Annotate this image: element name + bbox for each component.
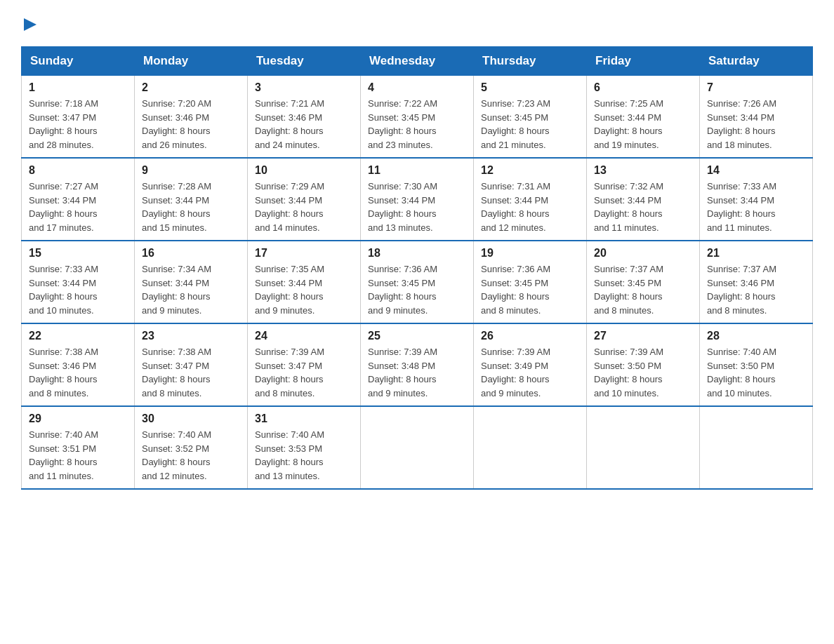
day-cell: 9 Sunrise: 7:28 AM Sunset: 3:44 PM Dayli… bbox=[135, 158, 248, 241]
day-number: 22 bbox=[29, 330, 127, 342]
day-number: 2 bbox=[142, 81, 240, 94]
day-number: 9 bbox=[142, 164, 240, 177]
col-header-friday: Friday bbox=[587, 47, 700, 76]
day-number: 29 bbox=[29, 412, 127, 425]
day-info: Sunrise: 7:38 AM Sunset: 3:46 PM Dayligh… bbox=[29, 347, 98, 398]
day-number: 5 bbox=[481, 81, 579, 94]
day-info: Sunrise: 7:36 AM Sunset: 3:45 PM Dayligh… bbox=[368, 264, 437, 316]
day-number: 7 bbox=[707, 81, 805, 94]
day-number: 13 bbox=[594, 164, 692, 177]
col-header-monday: Monday bbox=[135, 47, 248, 76]
day-info: Sunrise: 7:37 AM Sunset: 3:46 PM Dayligh… bbox=[707, 264, 776, 316]
day-cell: 21 Sunrise: 7:37 AM Sunset: 3:46 PM Dayl… bbox=[700, 241, 813, 323]
week-row-5: 29 Sunrise: 7:40 AM Sunset: 3:51 PM Dayl… bbox=[22, 406, 813, 489]
col-header-saturday: Saturday bbox=[700, 47, 813, 76]
day-number: 31 bbox=[255, 412, 353, 425]
calendar-table: SundayMondayTuesdayWednesdayThursdayFrid… bbox=[21, 46, 813, 490]
day-cell bbox=[361, 406, 474, 489]
day-number: 27 bbox=[594, 330, 692, 342]
day-number: 16 bbox=[142, 247, 240, 260]
day-cell: 6 Sunrise: 7:25 AM Sunset: 3:44 PM Dayli… bbox=[587, 76, 700, 159]
day-info: Sunrise: 7:31 AM Sunset: 3:44 PM Dayligh… bbox=[481, 181, 550, 233]
day-cell: 8 Sunrise: 7:27 AM Sunset: 3:44 PM Dayli… bbox=[22, 158, 135, 241]
day-info: Sunrise: 7:25 AM Sunset: 3:44 PM Dayligh… bbox=[594, 98, 663, 150]
day-cell: 18 Sunrise: 7:36 AM Sunset: 3:45 PM Dayl… bbox=[361, 241, 474, 323]
col-header-sunday: Sunday bbox=[22, 47, 135, 76]
day-number: 24 bbox=[255, 330, 353, 342]
day-cell: 31 Sunrise: 7:40 AM Sunset: 3:53 PM Dayl… bbox=[248, 406, 361, 489]
day-info: Sunrise: 7:28 AM Sunset: 3:44 PM Dayligh… bbox=[142, 181, 211, 233]
day-cell: 12 Sunrise: 7:31 AM Sunset: 3:44 PM Dayl… bbox=[474, 158, 587, 241]
day-number: 15 bbox=[29, 247, 127, 260]
day-info: Sunrise: 7:37 AM Sunset: 3:45 PM Dayligh… bbox=[594, 264, 663, 316]
week-row-2: 8 Sunrise: 7:27 AM Sunset: 3:44 PM Dayli… bbox=[22, 158, 813, 241]
day-info: Sunrise: 7:27 AM Sunset: 3:44 PM Dayligh… bbox=[29, 181, 98, 233]
day-info: Sunrise: 7:20 AM Sunset: 3:46 PM Dayligh… bbox=[142, 98, 211, 150]
week-row-3: 15 Sunrise: 7:33 AM Sunset: 3:44 PM Dayl… bbox=[22, 241, 813, 323]
day-cell: 19 Sunrise: 7:36 AM Sunset: 3:45 PM Dayl… bbox=[474, 241, 587, 323]
day-cell: 25 Sunrise: 7:39 AM Sunset: 3:48 PM Dayl… bbox=[361, 323, 474, 406]
day-info: Sunrise: 7:30 AM Sunset: 3:44 PM Dayligh… bbox=[368, 181, 437, 233]
day-cell: 20 Sunrise: 7:37 AM Sunset: 3:45 PM Dayl… bbox=[587, 241, 700, 323]
day-number: 30 bbox=[142, 412, 240, 425]
logo-arrow-icon bbox=[21, 14, 38, 32]
day-cell: 14 Sunrise: 7:33 AM Sunset: 3:44 PM Dayl… bbox=[700, 158, 813, 241]
day-number: 11 bbox=[368, 164, 466, 177]
day-number: 26 bbox=[481, 330, 579, 342]
day-cell bbox=[587, 406, 700, 489]
week-row-1: 1 Sunrise: 7:18 AM Sunset: 3:47 PM Dayli… bbox=[22, 76, 813, 159]
logo bbox=[21, 14, 38, 32]
day-info: Sunrise: 7:39 AM Sunset: 3:48 PM Dayligh… bbox=[368, 347, 437, 398]
day-info: Sunrise: 7:26 AM Sunset: 3:44 PM Dayligh… bbox=[707, 98, 776, 150]
day-cell: 24 Sunrise: 7:39 AM Sunset: 3:47 PM Dayl… bbox=[248, 323, 361, 406]
day-info: Sunrise: 7:40 AM Sunset: 3:50 PM Dayligh… bbox=[707, 347, 776, 398]
day-info: Sunrise: 7:36 AM Sunset: 3:45 PM Dayligh… bbox=[481, 264, 550, 316]
week-row-4: 22 Sunrise: 7:38 AM Sunset: 3:46 PM Dayl… bbox=[22, 323, 813, 406]
day-cell: 7 Sunrise: 7:26 AM Sunset: 3:44 PM Dayli… bbox=[700, 76, 813, 159]
day-info: Sunrise: 7:33 AM Sunset: 3:44 PM Dayligh… bbox=[707, 181, 776, 233]
day-cell: 4 Sunrise: 7:22 AM Sunset: 3:45 PM Dayli… bbox=[361, 76, 474, 159]
day-info: Sunrise: 7:33 AM Sunset: 3:44 PM Dayligh… bbox=[29, 264, 98, 316]
day-number: 21 bbox=[707, 247, 805, 260]
day-number: 6 bbox=[594, 81, 692, 94]
day-number: 19 bbox=[481, 247, 579, 260]
day-number: 8 bbox=[29, 164, 127, 177]
day-number: 12 bbox=[481, 164, 579, 177]
calendar-header-row: SundayMondayTuesdayWednesdayThursdayFrid… bbox=[22, 47, 813, 76]
day-cell: 16 Sunrise: 7:34 AM Sunset: 3:44 PM Dayl… bbox=[135, 241, 248, 323]
day-number: 18 bbox=[368, 247, 466, 260]
day-info: Sunrise: 7:23 AM Sunset: 3:45 PM Dayligh… bbox=[481, 98, 550, 150]
day-cell: 23 Sunrise: 7:38 AM Sunset: 3:47 PM Dayl… bbox=[135, 323, 248, 406]
day-cell: 15 Sunrise: 7:33 AM Sunset: 3:44 PM Dayl… bbox=[22, 241, 135, 323]
day-number: 10 bbox=[255, 164, 353, 177]
day-info: Sunrise: 7:18 AM Sunset: 3:47 PM Dayligh… bbox=[29, 98, 98, 150]
col-header-wednesday: Wednesday bbox=[361, 47, 474, 76]
day-cell bbox=[474, 406, 587, 489]
day-number: 20 bbox=[594, 247, 692, 260]
day-cell: 26 Sunrise: 7:39 AM Sunset: 3:49 PM Dayl… bbox=[474, 323, 587, 406]
col-header-tuesday: Tuesday bbox=[248, 47, 361, 76]
day-cell: 13 Sunrise: 7:32 AM Sunset: 3:44 PM Dayl… bbox=[587, 158, 700, 241]
day-number: 23 bbox=[142, 330, 240, 342]
day-cell: 5 Sunrise: 7:23 AM Sunset: 3:45 PM Dayli… bbox=[474, 76, 587, 159]
day-number: 4 bbox=[368, 81, 466, 94]
day-number: 1 bbox=[29, 81, 127, 94]
day-number: 17 bbox=[255, 247, 353, 260]
svg-marker-0 bbox=[24, 18, 37, 31]
day-info: Sunrise: 7:29 AM Sunset: 3:44 PM Dayligh… bbox=[255, 181, 324, 233]
day-info: Sunrise: 7:22 AM Sunset: 3:45 PM Dayligh… bbox=[368, 98, 437, 150]
day-cell: 17 Sunrise: 7:35 AM Sunset: 3:44 PM Dayl… bbox=[248, 241, 361, 323]
day-info: Sunrise: 7:40 AM Sunset: 3:52 PM Dayligh… bbox=[142, 429, 211, 481]
day-info: Sunrise: 7:40 AM Sunset: 3:53 PM Dayligh… bbox=[255, 429, 324, 481]
day-cell bbox=[700, 406, 813, 489]
day-info: Sunrise: 7:34 AM Sunset: 3:44 PM Dayligh… bbox=[142, 264, 211, 316]
day-cell: 2 Sunrise: 7:20 AM Sunset: 3:46 PM Dayli… bbox=[135, 76, 248, 159]
page-header bbox=[21, 14, 813, 32]
day-cell: 3 Sunrise: 7:21 AM Sunset: 3:46 PM Dayli… bbox=[248, 76, 361, 159]
day-cell: 1 Sunrise: 7:18 AM Sunset: 3:47 PM Dayli… bbox=[22, 76, 135, 159]
day-info: Sunrise: 7:35 AM Sunset: 3:44 PM Dayligh… bbox=[255, 264, 324, 316]
day-cell: 10 Sunrise: 7:29 AM Sunset: 3:44 PM Dayl… bbox=[248, 158, 361, 241]
day-number: 3 bbox=[255, 81, 353, 94]
day-cell: 22 Sunrise: 7:38 AM Sunset: 3:46 PM Dayl… bbox=[22, 323, 135, 406]
day-info: Sunrise: 7:39 AM Sunset: 3:50 PM Dayligh… bbox=[594, 347, 663, 398]
